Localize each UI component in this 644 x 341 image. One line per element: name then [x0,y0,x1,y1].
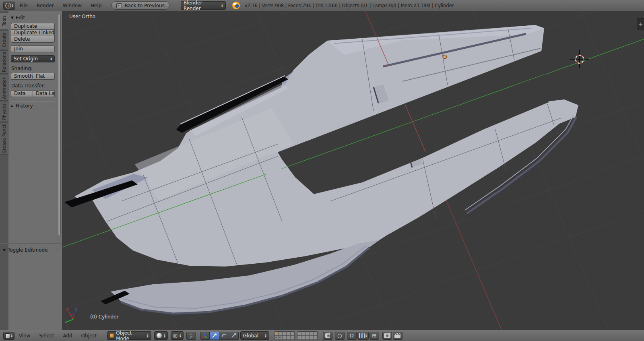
spaceship-model [64,25,578,314]
info-editor-selector[interactable]: ⓘ ▲▼ [3,2,15,10]
viewport-scene: X z [62,11,644,330]
render-engine-dropdown[interactable]: Blender Render ▲▼ [181,1,226,10]
manipulator-arrows-icon: ⇄ [190,336,193,339]
gizmo-z-label: z [75,307,77,312]
render-engine-value: Blender Render [184,0,219,11]
snap-target-button[interactable]: ⊞ [369,332,379,340]
viewport-shading-dropdown[interactable]: ▲▼ [154,331,168,340]
properties-region-expand-tab[interactable]: + [637,18,644,30]
3d-cursor [570,50,589,68]
tab-create[interactable]: Create [0,31,8,49]
chevron-updown-icon: ▲▼ [221,4,223,7]
axis-tripod-button[interactable] [200,332,210,340]
chevron-updown-icon: ▲▼ [11,334,12,337]
snap-element-icon [359,333,365,338]
proportional-edit-button[interactable]: ○ [335,332,345,340]
transform-orientation-dropdown[interactable]: Global ▲▼ [240,331,269,340]
toggle-editmode-header[interactable]: ▼ Toggle Editmode :::: [3,247,59,253]
blender-logo [232,2,240,9]
toggle-editmode-title: Toggle Editmode [8,247,48,253]
tab-relations[interactable]: Relations [0,50,8,74]
snap-element-dropdown[interactable]: ▲▼ [357,332,369,340]
object-origin-dot [443,55,447,59]
rotate-arc-icon [221,333,227,339]
panel-grip-icon: :::: [48,16,55,20]
shade-flat-button[interactable]: Flat [33,73,55,80]
data-transfer-button[interactable]: Data [11,90,33,97]
rotate-manipulator-button[interactable] [219,332,229,340]
tab-grease-pencil[interactable]: Grease Pencil [0,122,8,155]
top-info-bar: ⓘ ▲▼ File Render Window Help ← Back to P… [0,0,644,11]
join-button[interactable]: Join [11,45,55,52]
object-mode-icon [110,333,114,338]
tab-physics[interactable]: Physics [0,102,8,121]
shade-smooth-button[interactable]: Smooth [11,73,33,80]
back-to-previous-button[interactable]: ← Back to Previous [111,1,169,10]
view3d-editor-selector[interactable]: ▲▼ [3,332,14,340]
interaction-mode-dropdown[interactable]: Object Mode ▲▼ [107,331,151,340]
mini-axis-gizmo: X z [65,307,77,322]
menu-object[interactable]: Object [77,333,101,339]
translate-manipulator-button[interactable] [210,332,219,340]
interaction-mode-value: Object Mode [116,330,145,341]
tool-shelf-scrollbar[interactable] [58,14,61,236]
set-origin-dropdown[interactable]: Set Origin ▲▼ [11,55,55,62]
view3d-header-bar: ▲▼ View Select Add Object Object Mode ▲▼… [0,330,644,341]
menu-help[interactable]: Help [86,3,106,8]
orientation-value: Global [243,333,258,339]
edit-panel-title: Edit [16,15,25,21]
menu-view[interactable]: View [14,333,35,339]
layers-group-2[interactable] [297,331,318,340]
back-to-previous-label: Back to Previous [124,3,165,8]
shading-label: Shading: [11,66,55,71]
duplicate-linked-button[interactable]: Duplicate Linked [11,29,55,36]
viewport-canvas[interactable]: X z User Ortho (0) Cylinder + [62,11,644,330]
lock-to-scene-button[interactable] [323,332,332,340]
panel-grip-icon: :::: [48,104,55,108]
active-layer-dot [275,333,277,334]
back-arrow-icon: ← [116,3,122,8]
scene-statistics: v2.76 | Verts:908 | Faces:794 | Tris:1,5… [245,3,454,8]
pivot-icon: ◎ [173,333,178,339]
tab-tools[interactable]: Tools [0,12,8,29]
clapperboard-icon [394,333,400,338]
menu-select[interactable]: Select [35,333,58,339]
proportional-circle-icon: ○ [337,333,342,339]
info-icon: ⓘ [5,3,11,8]
layers-group-1[interactable] [274,331,295,340]
shading-sphere-icon [157,333,162,338]
menu-add[interactable]: Add [58,333,76,339]
pivot-point-dropdown[interactable]: ◎ ▲▼ [171,331,184,340]
translate-arrow-icon [211,333,217,339]
menu-file[interactable]: File [15,3,32,8]
duplicate-button[interactable]: Duplicate [11,23,55,30]
chevron-updown-icon: ▲▼ [50,57,52,61]
data-transfer-label: Data Transfer: [11,83,55,89]
menu-window[interactable]: Window [58,3,86,8]
opengl-render-animation-button[interactable] [393,332,402,340]
operator-redo-panel: ▼ Toggle Editmode :::: [0,243,62,330]
blender-window: ⓘ ▲▼ File Render Window Help ← Back to P… [0,0,644,341]
history-panel-title: History [16,103,33,109]
scene-lock-icon [325,333,330,338]
axis-tripod-icon [202,333,208,339]
scale-manipulator-button[interactable] [229,332,239,340]
panel-divider [11,101,55,101]
delete-button[interactable]: Delete [11,36,55,43]
edit-panel-header[interactable]: ▼ Edit :::: [11,15,55,21]
manipulator-toggle-button[interactable]: ∴ ⇄ [186,332,196,340]
layer-object-dot [279,337,281,338]
snap-toggle-button[interactable]: Ω [347,332,357,340]
opengl-render-button[interactable] [382,332,392,340]
panel-closed-icon: ► [11,104,14,108]
set-origin-label: Set Origin [14,56,38,62]
tab-animation[interactable]: Animation [0,75,8,101]
viewport-editor-icon [5,333,10,338]
tool-shelf: Tools Create Relations Animation Physics… [0,11,62,330]
menu-render[interactable]: Render [32,3,58,8]
scale-arrow-icon [231,333,237,339]
panel-open-icon: ▼ [3,248,6,252]
data-layout-button[interactable]: Data La [33,90,55,97]
history-panel-header[interactable]: ► History :::: [11,103,55,109]
layer-object-dot [275,337,277,338]
